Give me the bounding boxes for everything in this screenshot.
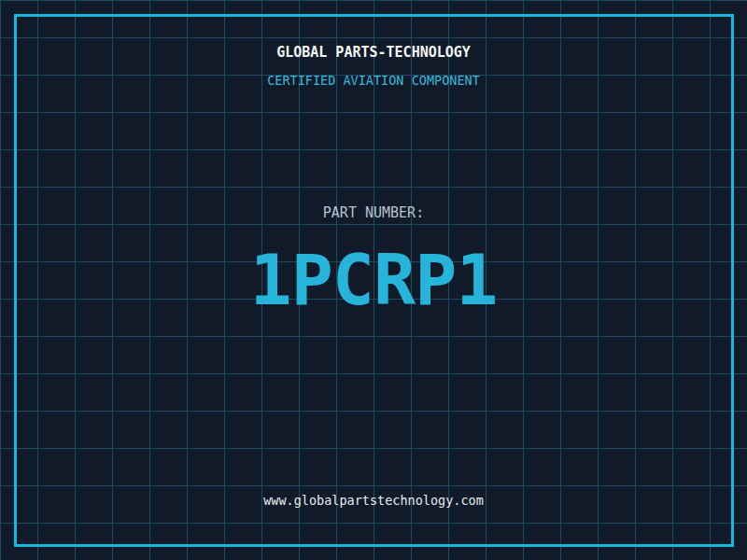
part-number-label: PART NUMBER:	[0, 206, 747, 220]
website-url: www.globalpartstechnology.com	[0, 495, 747, 508]
brand-title: GLOBAL PARTS-TECHNOLOGY	[0, 46, 747, 60]
part-number-value: 1PCRP1	[0, 245, 747, 315]
brand-tagline: CERTIFIED AVIATION COMPONENT	[0, 75, 747, 88]
